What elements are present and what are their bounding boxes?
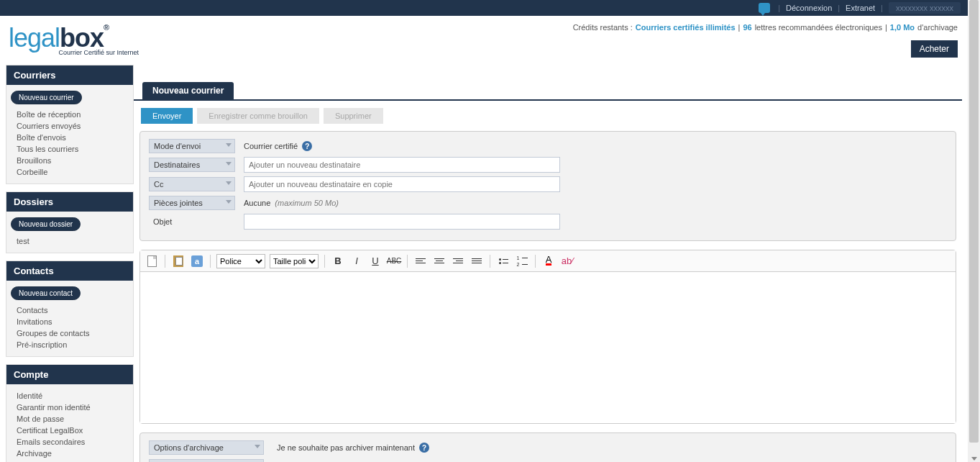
archive-options-label[interactable]: Options d'archivage bbox=[149, 440, 264, 455]
number-list-icon[interactable]: 12 bbox=[515, 254, 529, 268]
buy-button[interactable]: Acheter bbox=[911, 40, 958, 58]
help-icon[interactable]: ? bbox=[419, 443, 429, 453]
new-doc-icon[interactable] bbox=[145, 254, 159, 268]
nav-outbox[interactable]: Boîte d'envois bbox=[11, 132, 129, 143]
nav-compte: Compte Identité Garantir mon identité Mo… bbox=[6, 364, 134, 462]
nav-archiving[interactable]: Archivage bbox=[11, 448, 129, 459]
bold-icon[interactable]: B bbox=[331, 254, 345, 268]
nav-header-dossiers: Dossiers bbox=[6, 192, 133, 212]
extranet-link[interactable]: Extranet bbox=[846, 4, 875, 12]
editor-body[interactable] bbox=[140, 272, 956, 423]
nav-invitations[interactable]: Invitations bbox=[11, 316, 129, 327]
subject-label: Objet bbox=[149, 215, 235, 228]
nav-identity[interactable]: Identité bbox=[11, 390, 129, 402]
nav-contact-groups[interactable]: Groupes de contacts bbox=[11, 327, 129, 339]
nav-contacts-list[interactable]: Contacts bbox=[11, 304, 129, 316]
underline-icon[interactable]: U bbox=[368, 254, 383, 268]
credits-unlimited: Courriers certifiés illimités bbox=[636, 23, 736, 32]
username-badge[interactable]: xxxxxxxx xxxxxx bbox=[889, 2, 961, 14]
mode-value: Courrier certifié bbox=[244, 142, 298, 150]
recipients-input[interactable] bbox=[244, 157, 560, 173]
align-center-icon[interactable] bbox=[432, 254, 447, 268]
top-bar: | Déconnexion | Extranet | xxxxxxxx xxxx… bbox=[0, 0, 968, 16]
nav-trash[interactable]: Corbeille bbox=[11, 166, 129, 178]
nav-dossiers: Dossiers Nouveau dossier test bbox=[6, 191, 134, 253]
compose-form: Mode d'envoi Courrier certifié? Destinat… bbox=[139, 131, 956, 241]
chevron-down-icon bbox=[226, 181, 232, 185]
editor-toolbar: a Police Taille police B I U ABC 12 A bbox=[140, 250, 956, 272]
nav-contacts: Contacts Nouveau contact Contacts Invita… bbox=[6, 261, 134, 357]
nav-drafts[interactable]: Brouillons bbox=[11, 155, 129, 166]
help-icon[interactable]: ? bbox=[302, 141, 312, 151]
subject-input[interactable] bbox=[244, 214, 560, 230]
vertical-scrollbar[interactable] bbox=[968, 0, 980, 462]
nav-sec-emails[interactable]: Emails secondaires bbox=[11, 436, 129, 448]
cc-input[interactable] bbox=[244, 176, 560, 192]
chevron-down-icon bbox=[226, 162, 232, 166]
nav-guarantee[interactable]: Garantir mon identité bbox=[11, 402, 129, 413]
attachments-none: Aucune bbox=[244, 199, 270, 207]
bullet-list-icon[interactable] bbox=[496, 254, 510, 268]
credits-bar: Crédits restants : Courriers certifiés i… bbox=[144, 16, 968, 32]
page-title: Nouveau courrier bbox=[142, 82, 234, 99]
credits-storage: 1,0 Mo bbox=[890, 23, 915, 32]
chevron-down-icon bbox=[226, 200, 232, 204]
page-title-bar: Nouveau courrier bbox=[134, 82, 962, 101]
nav-all[interactable]: Tous les courriers bbox=[11, 143, 129, 155]
delete-button[interactable]: Supprimer bbox=[324, 108, 383, 124]
logo[interactable]: legalbox® Courrier Certifié sur Internet bbox=[0, 16, 144, 65]
paste-icon[interactable] bbox=[171, 254, 186, 268]
nav-header-contacts: Contacts bbox=[6, 261, 133, 281]
logout-link[interactable]: Déconnexion bbox=[786, 4, 832, 12]
nav-certificate[interactable]: Certificat LegalBox bbox=[11, 425, 129, 436]
nav-preinscription[interactable]: Pré-inscription bbox=[11, 339, 129, 350]
nav-header-compte: Compte bbox=[6, 365, 133, 384]
notif-label[interactable]: Notification destinataire bbox=[149, 459, 264, 462]
scroll-down-icon[interactable] bbox=[971, 457, 977, 461]
align-right-icon[interactable] bbox=[451, 254, 465, 268]
italic-icon[interactable]: I bbox=[349, 254, 364, 268]
nav-password[interactable]: Mot de passe bbox=[11, 413, 129, 425]
chevron-down-icon bbox=[226, 143, 232, 147]
credits-count: 96 bbox=[743, 23, 751, 32]
mode-label[interactable]: Mode d'envoi bbox=[149, 139, 235, 153]
strike-icon[interactable]: ABC bbox=[387, 254, 401, 268]
nav-courriers: Courriers Nouveau courrier Boîte de réce… bbox=[6, 65, 134, 184]
highlight-icon[interactable]: ab⁄ bbox=[560, 254, 574, 268]
new-dossier-button[interactable]: Nouveau dossier bbox=[11, 217, 81, 231]
align-justify-icon[interactable] bbox=[470, 254, 484, 268]
paste-text-icon[interactable]: a bbox=[190, 254, 204, 268]
align-left-icon[interactable] bbox=[413, 254, 428, 268]
archive-options-value: Je ne souhaite pas archiver maintenant bbox=[277, 443, 415, 452]
attachments-label[interactable]: Pièces jointes bbox=[149, 196, 235, 210]
rich-editor: a Police Taille police B I U ABC 12 A bbox=[139, 250, 956, 424]
attachments-max: (maximum 50 Mo) bbox=[275, 199, 339, 207]
nav-header-courriers: Courriers bbox=[6, 65, 133, 85]
new-contact-button[interactable]: Nouveau contact bbox=[11, 286, 81, 300]
chat-icon[interactable] bbox=[759, 3, 770, 13]
save-draft-button[interactable]: Enregistrer comme brouillon bbox=[197, 108, 319, 124]
nav-folder-test[interactable]: test bbox=[11, 235, 129, 247]
font-size-select[interactable]: Taille police bbox=[270, 254, 319, 268]
nav-inbox[interactable]: Boîte de réception bbox=[11, 109, 129, 120]
font-select[interactable]: Police bbox=[216, 254, 265, 268]
cc-label[interactable]: Cc bbox=[149, 177, 235, 191]
nav-sent[interactable]: Courriers envoyés bbox=[11, 120, 129, 132]
recipients-label[interactable]: Destinataires bbox=[149, 158, 235, 172]
options-block: Options d'archivage Je ne souhaite pas a… bbox=[139, 432, 956, 462]
new-courrier-button[interactable]: Nouveau courrier bbox=[11, 91, 82, 104]
chevron-down-icon bbox=[255, 445, 260, 448]
text-color-icon[interactable]: A bbox=[541, 254, 556, 268]
scroll-thumb[interactable] bbox=[969, 0, 979, 443]
send-button[interactable]: Envoyer bbox=[141, 108, 193, 124]
